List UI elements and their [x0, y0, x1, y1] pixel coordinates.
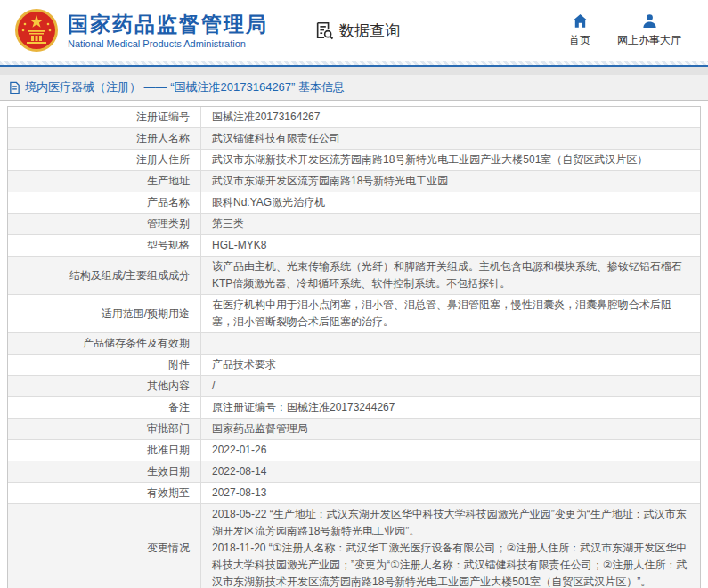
- table-row: 注册人名称武汉镭健科技有限责任公司: [8, 128, 700, 150]
- table-row: 适用范围/预期用途在医疗机构中用于泪小点闭塞，泪小管、泪总管、鼻泪管阻塞，慢性泪…: [8, 295, 700, 333]
- table-row: 审批部门国家药品监督管理局: [8, 419, 700, 440]
- table-row: 附件产品技术要求: [8, 355, 700, 376]
- field-label: 产品名称: [8, 192, 201, 213]
- table-row: 型号规格HGL-MYK8: [8, 235, 700, 257]
- field-label: 附件: [8, 355, 201, 375]
- page-title: 境内医疗器械（注册） —— “国械注准20173164267” 基本信息: [25, 79, 345, 95]
- field-value: 该产品由主机、光束传输系统（光纤）和脚踏开关组成。主机包含电源和模块系统、掺钕钇…: [201, 257, 700, 294]
- table-row: 管理类别第三类: [8, 214, 700, 235]
- table-row: 产品名称眼科Nd:YAG激光治疗机: [8, 192, 700, 214]
- field-value: 在医疗机构中用于泪小点闭塞，泪小管、泪总管、鼻泪管阻塞，慢性泪囊炎，泪囊鼻腔吻合…: [201, 295, 700, 332]
- field-label: 管理类别: [8, 214, 201, 234]
- table-row: 注册人住所武汉市东湖新技术开发区流芳园南路18号新特光电工业园产业大楼501室（…: [8, 150, 700, 171]
- document-search-icon: [314, 20, 334, 40]
- field-value: 原注册证编号：国械注准20173244267: [201, 397, 700, 418]
- field-label: 批准日期: [8, 440, 201, 461]
- table-row: 其他内容/: [8, 376, 700, 397]
- org-name-zh: 国家药品监督管理局: [68, 12, 268, 37]
- field-value: 武汉市东湖开发区流芳园南路18号新特光电工业园: [201, 171, 700, 192]
- field-label: 结构及组成/主要组成成分: [8, 257, 201, 294]
- field-value: 第三类: [201, 214, 700, 234]
- breadcrumb: 境内医疗器械（注册） —— “国械注准20173164267” 基本信息: [0, 75, 708, 101]
- nav-item-label: 网上办事大厅: [617, 33, 681, 48]
- table-row: 注册证编号国械注准20173164267: [8, 107, 700, 128]
- field-label: 注册证编号: [8, 107, 201, 127]
- field-label: 生产地址: [8, 171, 201, 192]
- site-header: 国家药品监督管理局 National Medical Products Admi…: [0, 0, 708, 61]
- field-label: 有效期至: [8, 483, 201, 503]
- field-value: 武汉镭健科技有限责任公司: [201, 128, 700, 149]
- field-value: 国家药品监督管理局: [201, 419, 700, 439]
- field-label: 产品储存条件及有效期: [8, 333, 201, 354]
- nav-item-label: 首页: [569, 33, 590, 48]
- field-value: 2027-08-13: [201, 483, 700, 503]
- page-icon: [9, 81, 20, 94]
- field-label: 审批部门: [8, 419, 201, 439]
- nav-item-home[interactable]: 首页: [569, 12, 590, 48]
- field-label: 适用范围/预期用途: [8, 295, 201, 332]
- field-value: 武汉市东湖新技术开发区流芳园南路18号新特光电工业园产业大楼501室（自贸区武汉…: [201, 150, 700, 170]
- field-label: 生效日期: [8, 461, 201, 482]
- table-row: 产品储存条件及有效期: [8, 333, 700, 355]
- field-label: 注册人名称: [8, 128, 201, 149]
- data-query-label: 数据查询: [339, 20, 400, 41]
- national-emblem-icon: [14, 8, 59, 53]
- table-row: 变更情况2018-05-22 “生产地址：武汉东湖开发区华中科技大学科技园激光产…: [8, 504, 700, 588]
- person-icon: [641, 12, 658, 29]
- field-value: 产品技术要求: [201, 355, 700, 375]
- header-nav: 首页 网上办事大厅: [569, 12, 694, 48]
- field-value: 2022-01-26: [201, 440, 700, 461]
- field-value: 2018-05-22 “生产地址：武汉东湖开发区华中科技大学科技园激光产业园”变…: [201, 504, 700, 588]
- data-query-menu[interactable]: 数据查询: [314, 20, 400, 41]
- table-row: 批准日期2022-01-26: [8, 440, 700, 461]
- table-row: 备注原注册证编号：国械注准20173244267: [8, 397, 700, 419]
- breadcrumb-top-strip: [0, 67, 708, 75]
- field-label: 型号规格: [8, 235, 201, 256]
- field-value: 眼科Nd:YAG激光治疗机: [201, 192, 700, 213]
- org-name-en: National Medical Products Administration: [68, 38, 268, 49]
- nav-item-service-hall[interactable]: 网上办事大厅: [617, 12, 681, 48]
- field-label: 变更情况: [8, 504, 201, 588]
- field-value: 国械注准20173164267: [201, 107, 700, 127]
- org-title-block: 国家药品监督管理局 National Medical Products Admi…: [68, 12, 268, 49]
- field-value: [201, 333, 700, 354]
- field-value: HGL-MYK8: [201, 235, 700, 256]
- home-icon: [572, 12, 589, 29]
- field-label: 注册人住所: [8, 150, 201, 170]
- field-label: 其他内容: [8, 376, 201, 396]
- site-logo-group: 国家药品监督管理局 National Medical Products Admi…: [14, 8, 268, 53]
- table-row: 生效日期2022-08-14: [8, 461, 700, 483]
- field-label: 备注: [8, 397, 201, 418]
- table-row: 结构及组成/主要组成成分该产品由主机、光束传输系统（光纤）和脚踏开关组成。主机包…: [8, 257, 700, 295]
- field-value: 2022-08-14: [201, 461, 700, 482]
- table-row: 生产地址武汉市东湖开发区流芳园南路18号新特光电工业园: [8, 171, 700, 192]
- table-row: 有效期至2027-08-13: [8, 483, 700, 504]
- field-value: /: [201, 376, 700, 396]
- registration-info-table: 注册证编号国械注准20173164267 注册人名称武汉镭健科技有限责任公司 注…: [7, 106, 701, 588]
